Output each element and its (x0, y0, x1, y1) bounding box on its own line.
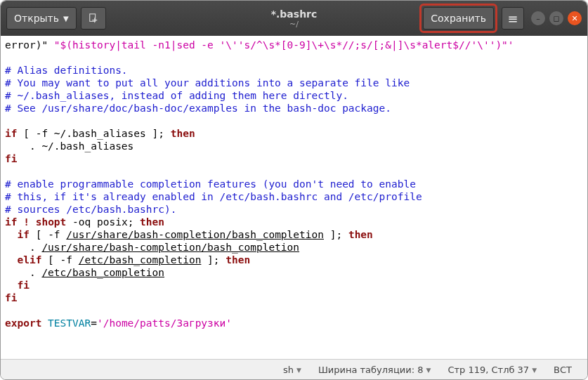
code-text: ]; (201, 254, 226, 266)
code-comment: # See /usr/share/doc/bash-doc/examples i… (5, 103, 391, 114)
close-button[interactable]: ✕ (568, 11, 582, 25)
code-keyword: export (5, 317, 41, 329)
save-highlight: Сохранить (419, 4, 497, 33)
minimize-icon: – (536, 14, 540, 23)
close-icon: ✕ (571, 14, 577, 23)
code-text (5, 254, 17, 266)
code-text (5, 229, 17, 240)
code-path: /etc/bash_completion (41, 267, 164, 278)
code-text: [ -f (30, 229, 66, 240)
save-label: Сохранить (431, 13, 486, 24)
new-doc-icon (89, 13, 98, 24)
menu-button[interactable]: ≡ (502, 7, 524, 30)
insert-mode[interactable]: ВСТ (545, 365, 580, 375)
code-keyword: ! (23, 216, 30, 228)
code-keyword: then (226, 254, 250, 266)
code-comment: # Alias definitions. (5, 65, 128, 76)
code-text: ]; (324, 229, 348, 240)
chevron-down-icon: ▼ (63, 15, 69, 22)
code-text: . (5, 267, 41, 278)
hamburger-icon: ≡ (507, 11, 518, 26)
title-block: *.bashrc ~/ (271, 8, 318, 29)
save-button[interactable]: Сохранить (423, 7, 494, 30)
chevron-down-icon: ▼ (532, 367, 537, 374)
code-var: TESTVAR (41, 317, 91, 329)
code-comment: # ~/.bash_aliases, instead of adding the… (5, 90, 348, 101)
window-controls: – ◻ ✕ (531, 11, 582, 25)
language-label: sh (283, 365, 294, 375)
code-keyword: shopt (36, 216, 67, 228)
code-path: /etc/bash_completion (79, 254, 202, 266)
code-text: -oq posix; (66, 216, 140, 228)
code-string: "$(history|tail -n1|sed -e '\''s/^\s*[0-… (54, 39, 514, 51)
code-string: '/home/patts/Загрузки' (97, 317, 232, 329)
code-text: . (5, 242, 41, 253)
code-keyword: then (171, 128, 195, 139)
code-comment: # sources /etc/bash.bashrc). (5, 204, 176, 215)
open-label: Открыть (14, 13, 59, 24)
cursor-label: Стр 119, Стлб 37 (447, 365, 529, 375)
code-keyword: if (5, 128, 17, 139)
code-text: [ -f ~/.bash_aliases ]; (17, 128, 170, 139)
status-bar: sh ▼ Ширина табуляции: 8 ▼ Стр 119, Стлб… (1, 359, 587, 380)
tab-width-label: Ширина табуляции: 8 (318, 365, 424, 375)
minimize-button[interactable]: – (531, 11, 545, 25)
window-title: *.bashrc (271, 8, 318, 20)
code-keyword: fi (17, 280, 29, 291)
code-text (5, 280, 17, 291)
code-keyword: fi (5, 292, 17, 303)
code-comment: # enable programmable completion feature… (5, 178, 416, 190)
new-tab-button[interactable] (81, 7, 106, 30)
code-comment: # this, if it's already enabled in /etc/… (5, 191, 422, 202)
code-keyword: then (348, 229, 373, 240)
window-subtitle: ~/ (271, 20, 318, 29)
code-path: /usr/share/bash-completion/bash_completi… (41, 242, 299, 253)
code-comment: # You may want to put all your additions… (5, 77, 410, 89)
cursor-position[interactable]: Стр 119, Стлб 37 ▼ (439, 365, 545, 375)
code-keyword: then (140, 216, 164, 228)
language-selector[interactable]: sh ▼ (275, 365, 310, 375)
code-path: /usr/share/bash-completion/bash_completi… (66, 229, 324, 240)
code-keyword: elif (17, 254, 41, 266)
code-keyword: if (17, 229, 29, 240)
header-bar: Открыть ▼ *.bashrc ~/ Сохранить ≡ – ◻ ✕ (1, 1, 587, 36)
open-button[interactable]: Открыть ▼ (6, 7, 77, 30)
code-text: [ -f (41, 254, 78, 266)
code-text: . ~/.bash_aliases (5, 140, 133, 152)
maximize-icon: ◻ (553, 14, 559, 23)
tab-width-selector[interactable]: Ширина табуляции: 8 ▼ (310, 365, 439, 375)
chevron-down-icon: ▼ (296, 367, 301, 374)
code-keyword: fi (5, 153, 17, 164)
code-text: error)" (5, 39, 54, 51)
mode-label: ВСТ (554, 365, 572, 375)
editor-area[interactable]: error)" "$(history|tail -n1|sed -e '\''s… (1, 36, 587, 359)
maximize-button[interactable]: ◻ (549, 11, 563, 25)
code-keyword: if (5, 216, 17, 228)
code-text: = (91, 317, 97, 329)
chevron-down-icon: ▼ (426, 367, 431, 374)
